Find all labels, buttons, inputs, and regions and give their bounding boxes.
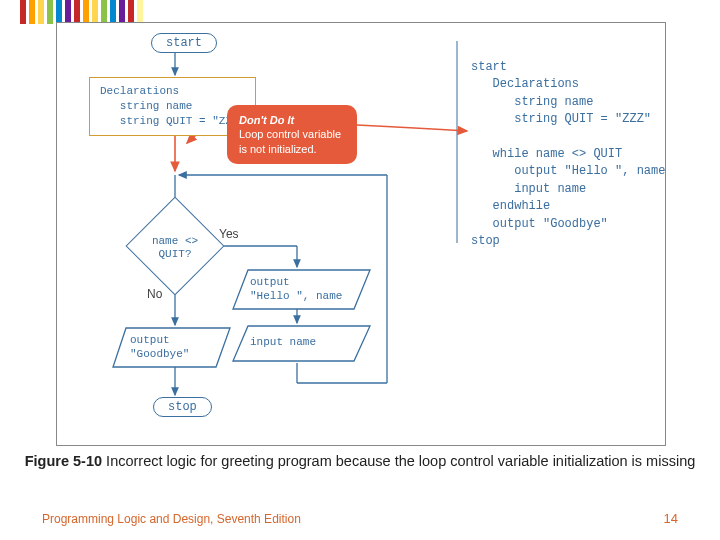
- callout-title: Don't Do It: [239, 114, 294, 126]
- io-input-name-text: input name: [250, 336, 316, 350]
- io-output-goodbye-text: output "Goodbye": [130, 334, 189, 362]
- decorative-stripe: [137, 0, 143, 24]
- decorative-stripe: [83, 0, 89, 24]
- edge-label-yes: Yes: [219, 227, 239, 241]
- decorative-stripe: [20, 0, 26, 24]
- dont-do-it-callout: Don't Do It Loop control variable is not…: [227, 105, 357, 164]
- footer-book-title: Programming Logic and Design, Seventh Ed…: [42, 512, 301, 526]
- decorative-stripe: [128, 0, 134, 24]
- pseudocode-panel: start Declarations string name string QU…: [471, 59, 665, 250]
- decorative-stripe: [56, 0, 62, 24]
- decorative-stripe: [101, 0, 107, 24]
- terminator-start: start: [151, 33, 217, 53]
- callout-body: Loop control variable is not initialized…: [239, 128, 341, 154]
- decorative-stripe: [38, 0, 44, 24]
- decorative-stripe: [74, 0, 80, 24]
- io-output-hello: output "Hello ", name: [232, 269, 362, 309]
- io-output-goodbye: output "Goodbye": [112, 327, 227, 367]
- decorative-stripe: [92, 0, 98, 24]
- figure-frame: start Declarations string name string QU…: [56, 22, 666, 446]
- edge-label-no: No: [147, 287, 162, 301]
- io-output-hello-text: output "Hello ", name: [250, 276, 342, 304]
- caption-rest: Incorrect logic for greeting program bec…: [102, 453, 695, 469]
- footer-page-number: 14: [664, 511, 678, 526]
- decorative-stripe: [47, 0, 53, 24]
- caption-bold: Figure 5-10: [25, 453, 102, 469]
- terminator-stop: stop: [153, 397, 212, 417]
- decorative-stripe: [119, 0, 125, 24]
- decorative-stripe: [29, 0, 35, 24]
- slide-top-stripes: [20, 0, 220, 24]
- decorative-stripe: [110, 0, 116, 24]
- decision-text: name <> QUIT?: [140, 235, 210, 261]
- figure-caption: Figure 5-10 Incorrect logic for greeting…: [0, 452, 720, 472]
- io-input-name: input name: [232, 325, 362, 361]
- decorative-stripe: [65, 0, 71, 24]
